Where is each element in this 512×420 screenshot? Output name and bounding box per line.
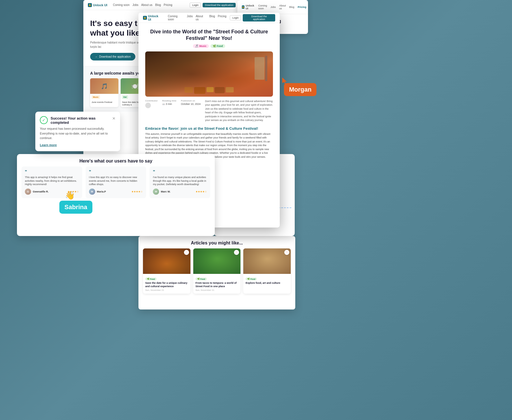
article-card-3-title: Explore food, art and culture [246, 282, 288, 285]
article-intro-text: Don't miss out on this gourmet and cultu… [205, 99, 273, 122]
contributor-label: Contributor [145, 99, 158, 102]
testimonial-avatar-1: G [25, 189, 31, 195]
nav-about[interactable]: About us [141, 3, 152, 7]
testimonials-title: Here's what our users have to say [24, 159, 208, 164]
pricing-nav-coming[interactable]: Coming soon [258, 4, 267, 10]
reading-time-label: Reading time [162, 99, 176, 102]
article-card-img-3: ♡ [243, 248, 291, 274]
pricing-nav-jobs[interactable]: Jobs [270, 6, 276, 8]
article-sub-title: Embrace the flavor: join us at the Stree… [145, 126, 273, 131]
back-logo-icon: 🔓 [88, 3, 92, 7]
articles-window: Articles you might like... ♡ 🌿 Food Save… [138, 236, 295, 309]
success-icon: ✓ [40, 116, 48, 124]
testimonial-name-1: Gwenaëlle R. [33, 190, 49, 193]
back-nav-right: Login Download the application [190, 3, 236, 8]
testimonial-text-1: This app is amazing! It helps me find gr… [25, 176, 79, 186]
testimonial-card-2: " I love this app! It's so easy to disco… [86, 166, 146, 198]
article-logo-icon: 🔓 [143, 16, 147, 20]
article-meta: Contributor Reading time 📖 3 min Publish… [145, 99, 273, 122]
article-download-button[interactable]: Download the application [243, 14, 275, 21]
article-card-1-date: Sun, November 21 [145, 289, 188, 291]
pricing-nav-blog[interactable]: Blog [289, 6, 294, 8]
article-card-1-body: 🌿 Food Save the date for a unique culina… [143, 274, 190, 294]
article-hero-image [145, 51, 273, 97]
notification-learn-more-link[interactable]: Learn more [40, 143, 116, 147]
nav-coming-soon[interactable]: Coming soon [113, 3, 130, 7]
hero-download-button[interactable]: → Download the application [90, 53, 135, 60]
back-download-button[interactable]: Download the application [203, 3, 236, 7]
articles-section-title: Articles you might like... [138, 236, 295, 248]
testimonial-card-3: " I've found so many unique places and a… [149, 166, 210, 198]
article-card-2-tag: 🌿 Food [196, 278, 207, 280]
reading-time-value: 📖 3 min [162, 103, 176, 105]
sabrina-label: Sabrina [59, 201, 92, 214]
article-nav-jobs[interactable]: Jobs [187, 15, 193, 21]
sabrina-tooltip: 👋 Sabrina [59, 201, 92, 214]
pricing-nav-about[interactable]: About us [279, 4, 286, 10]
article-card-img-1: ♡ [143, 248, 190, 274]
testimonial-name-3: Marc W. [161, 190, 170, 193]
testimonial-user-2: M Maria.P ★★★★☆ [89, 189, 143, 195]
testimonial-avatar-2: M [89, 189, 95, 195]
article-card-1[interactable]: ♡ 🌿 Food Save the date for a unique culi… [143, 248, 190, 294]
article-card-1-title: Save the date for a unique culinary and … [145, 282, 188, 288]
back-nav-links: Coming soon Jobs About us Blog Pricing [113, 3, 172, 7]
notification-body: Your request has been processed successf… [40, 126, 116, 140]
back-login-button[interactable]: Login [190, 3, 201, 8]
card2-eat-tag: Eat [122, 95, 128, 99]
pricing-nav-pricing[interactable]: Pricing [298, 6, 307, 8]
testimonial-stars-3: ★★★★☆ [196, 190, 207, 193]
article-nav: 🔓 Unlock UI Coming soon Jobs About us Bl… [138, 13, 280, 23]
download-arrow-icon: → [95, 55, 97, 58]
wave-hand-icon: 👋 [65, 191, 75, 200]
morgan-label: Morgan [284, 83, 316, 96]
article-card-3[interactable]: ♡ 🌿 Food Explore food, art and culture [243, 248, 291, 294]
article-card-1-heart[interactable]: ♡ [184, 250, 189, 255]
article-card-img-2: ♡ [193, 248, 241, 274]
pricing-logo: 🔓 Unlock UI [242, 4, 255, 10]
morgan-tooltip: Morgan [284, 79, 316, 96]
notification-header: ✓ Success! Your action was completed ✕ [40, 116, 116, 125]
article-nav-pricing[interactable]: Pricing [218, 15, 227, 21]
article-login-button[interactable]: Login [230, 15, 241, 20]
nav-blog[interactable]: Blog [155, 3, 161, 7]
event-card-1-label: June events Festival [90, 100, 118, 105]
nav-jobs[interactable]: Jobs [133, 3, 138, 7]
quote-icon-1: " [25, 170, 79, 174]
svg-marker-0 [282, 77, 287, 84]
pricing-logo-icon: 🔓 [242, 5, 244, 9]
article-card-1-tag: 🌿 Food [145, 278, 157, 280]
article-card-3-heart[interactable]: ♡ [284, 250, 289, 255]
quote-icon-3: " [153, 170, 207, 174]
nav-pricing[interactable]: Pricing [164, 3, 172, 7]
testimonial-text-2: I love this app! It's so easy to discove… [89, 176, 143, 186]
article-nav-about[interactable]: About us [196, 15, 206, 21]
published-label: Published on [181, 99, 201, 102]
article-card-2-date: Sun, November 21 [196, 289, 238, 291]
notification-close-button[interactable]: ✕ [112, 116, 116, 121]
published-date: October 10, 2024 [181, 103, 201, 105]
articles-grid: ♡ 🌿 Food Save the date for a unique culi… [138, 248, 295, 294]
article-card-2-title: From tacos to tempura: a world of Street… [196, 282, 238, 288]
pricing-nav: 🔓 Unlock UI Coming soon Jobs About us Bl… [237, 0, 308, 14]
quote-icon-2: " [89, 170, 143, 174]
article-nav-right: Login Download the application [230, 14, 275, 21]
article-main-title: Dive into the World of the "Street Food … [145, 29, 273, 42]
event-card-img-1: 🎵 [90, 78, 118, 94]
testimonials-cards: " This app is amazing! It helps me find … [17, 166, 215, 203]
cursor-arrow-icon [282, 77, 288, 86]
article-tag-music[interactable]: 🎵 Music [193, 44, 209, 48]
article-nav-blog[interactable]: Blog [209, 15, 215, 21]
contributor-avatar [145, 103, 151, 108]
testimonial-avatar-3: M [153, 189, 159, 195]
notification-title: Success! Your action was completed [51, 116, 109, 125]
event-card-1[interactable]: 🎵 Music June events Festival [90, 78, 118, 107]
back-logo: 🔓 Unlock UI [88, 3, 107, 7]
article-tag-food[interactable]: 🌿 Food [211, 44, 225, 48]
back-nav: 🔓 Unlock UI Coming soon Jobs About us Bl… [83, 0, 240, 10]
article-card-2-body: 🌿 Food From tacos to tempura: a world of… [193, 274, 241, 294]
card1-music-tag: Music [92, 95, 100, 99]
article-card-2[interactable]: ♡ 🌿 Food From tacos to tempura: a world … [193, 248, 241, 294]
testimonial-user-3: M Marc W. ★★★★☆ [153, 189, 207, 195]
article-nav-coming[interactable]: Coming soon [168, 15, 184, 21]
